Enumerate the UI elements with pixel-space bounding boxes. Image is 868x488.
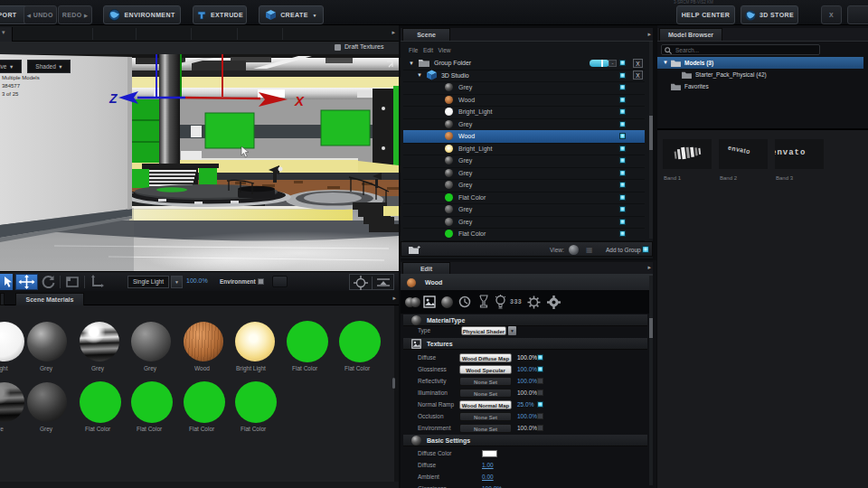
svg-text:Z: Z: [108, 91, 118, 106]
svg-text:X: X: [294, 93, 305, 108]
